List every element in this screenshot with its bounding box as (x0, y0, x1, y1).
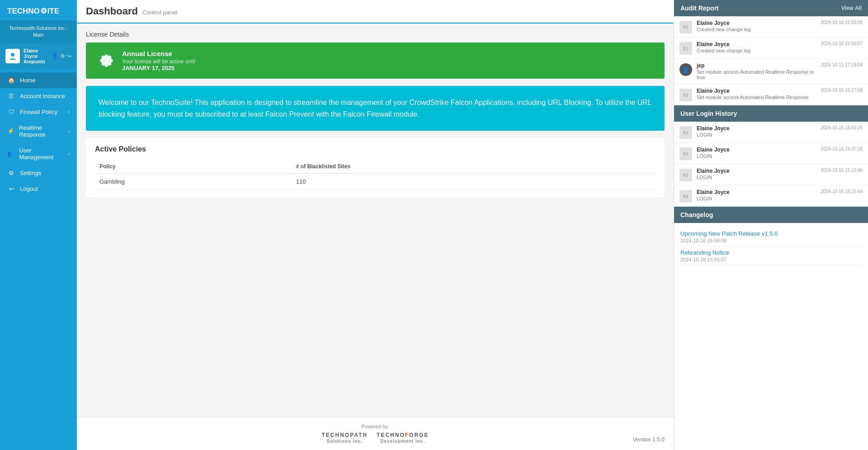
avatar (5, 49, 20, 63)
audit-info: Elaine Joyce Set module access Automated… (697, 88, 816, 100)
policies-title: Active Policies (95, 145, 656, 153)
footer-logos: TECHNOPATH Solutions Inc. TECHNOFORGE De… (86, 432, 665, 444)
license-banner: Annual License Your license will be acti… (86, 43, 665, 79)
sidebar-item-firewall-policy[interactable]: 🛡 Firewall Policy ‹ (0, 104, 77, 120)
login-history-header: User Login History (674, 105, 868, 122)
sidebar-item-realtime-label: Realtime Response (19, 124, 63, 138)
view-all-button[interactable]: View All (841, 5, 862, 11)
license-description: Your license will be active until (122, 58, 195, 65)
audit-avatar: EJ (679, 89, 692, 101)
audit-time: 2024-10-11 17:19:04 (821, 62, 863, 67)
chevron-left-icon: ‹ (68, 109, 70, 114)
audit-desc: Created new change log (697, 48, 816, 53)
audit-item: EJ Elaine Joyce Created new change log 2… (674, 16, 868, 38)
version-label: Version 1.5.0 (633, 436, 665, 443)
audit-avatar: EJ (679, 42, 692, 55)
active-policies-section: Active Policies Policy # of Blacklisted … (86, 138, 665, 197)
sidebar-nav: 🏠 Home ☰ Account Instance 🛡 Firewall Pol… (0, 69, 77, 450)
technopath-logo: TECHNOPATH Solutions Inc. (322, 432, 368, 444)
license-info: Annual License Your license will be acti… (122, 50, 195, 71)
audit-info: jep Set module access Automated Realtime… (697, 62, 816, 80)
login-history-body: EJ Elaine Joyce LOGIN 2024-10-16 15:41:2… (674, 122, 868, 207)
login-action: LOGIN (697, 153, 816, 159)
audit-name: Elaine Joyce (697, 88, 816, 94)
login-time: 2024-10-16 15:41:26 (821, 125, 863, 130)
realtime-icon: ⚡ (7, 128, 14, 134)
license-section-label: License Details (86, 31, 665, 38)
footer: Powered by: TECHNOPATH Solutions Inc. TE… (77, 417, 674, 450)
login-name: Elaine Joyce (697, 168, 816, 174)
gear-icon: ⚙ (7, 170, 15, 176)
sidebar-item-home[interactable]: 🏠 Home (0, 72, 77, 88)
login-info: Elaine Joyce LOGIN (697, 125, 816, 137)
sidebar-item-logout[interactable]: ↩ Logout (0, 181, 77, 197)
login-action: LOGIN (697, 132, 816, 137)
login-name: Elaine Joyce (697, 189, 816, 195)
sidebar-item-home-label: Home (20, 77, 36, 84)
chevron-left-icon-3: ‹ (68, 151, 70, 156)
audit-time: 2024-10-16 15:59:08 (821, 20, 863, 25)
login-avatar: EJ (679, 126, 692, 139)
audit-time: 2024-10-16 15:55:07 (821, 41, 863, 46)
page-header: Dashboard Control panel (77, 0, 674, 24)
chevron-left-icon-2: ‹ (68, 128, 70, 134)
user-login-section: User Login History EJ Elaine Joyce LOGIN… (674, 105, 868, 207)
logo-text: TECHNO⚙ITE (7, 6, 59, 16)
technoforge-logo: TECHNOFORGE Development Inc. (377, 432, 429, 444)
welcome-banner: Welcome to our TechnoSuite! This applica… (86, 86, 665, 131)
sidebar-item-user-management[interactable]: 👥 User Management ‹ (0, 142, 77, 165)
main-layout: TECHNO⚙ITE Technopath Solutions Inc - Ma… (0, 0, 868, 450)
policy-sites: 110 (292, 174, 656, 190)
sidebar-item-account-instance[interactable]: ☰ Account Instance (0, 88, 77, 104)
logout-icon: ↩ (7, 185, 15, 192)
login-avatar: EJ (679, 190, 692, 203)
sidebar-item-logout-label: Logout (20, 185, 38, 192)
login-avatar: EJ (679, 147, 692, 160)
audit-report-body: EJ Elaine Joyce Created new change log 2… (674, 16, 868, 105)
app-wrapper: TECHNO⚙ITE Technopath Solutions Inc - Ma… (0, 0, 868, 450)
login-info: Elaine Joyce LOGIN (697, 189, 816, 201)
settings-icon[interactable]: ⚙ (60, 53, 65, 59)
audit-report-title: Audit Report (680, 5, 719, 12)
table-row: Gambling110 (95, 174, 656, 190)
changelog-date: 2024-10-16 15:55:07 (680, 257, 862, 262)
user-icon[interactable]: 👤 (52, 53, 58, 59)
changelog-header: Changelog (674, 207, 868, 223)
audit-item: 👤 jep Set module access Automated Realti… (674, 59, 868, 84)
username-label: Elaine Joyce Ampunin (24, 48, 48, 64)
sidebar-item-realtime-response[interactable]: ⚡ Realtime Response ‹ (0, 120, 77, 142)
switch-icon[interactable]: ↪ (67, 53, 71, 59)
changelog-link[interactable]: Upcoming New Patch Release v1.5.0 (680, 230, 778, 237)
org-name: Technopath Solutions Inc - Main (0, 20, 77, 43)
content-area: Dashboard Control panel License Details … (77, 0, 674, 450)
login-info: Elaine Joyce LOGIN (697, 168, 816, 180)
page-subtitle: Control panel (142, 9, 177, 16)
changelog-item: Upcoming New Patch Release v1.5.0 2024-1… (680, 227, 862, 246)
audit-desc: Set module access Automated Realtime Res… (697, 69, 816, 80)
sidebar-item-settings[interactable]: ⚙ Settings (0, 165, 77, 181)
audit-info: Elaine Joyce Created new change log (697, 20, 816, 32)
audit-name: jep (697, 62, 816, 69)
login-item: EJ Elaine Joyce LOGIN 2024-10-16 15:12:4… (674, 164, 868, 185)
changelog-body: Upcoming New Patch Release v1.5.0 2024-1… (674, 223, 868, 450)
content-body: License Details Annual License Your lice… (77, 24, 674, 417)
audit-item: EJ Elaine Joyce Created new change log 2… (674, 38, 868, 59)
user-profile: Elaine Joyce Ampunin 👤 ⚙ ↪ (0, 43, 77, 69)
audit-time: 2024-10-10 15:17:08 (821, 88, 863, 93)
app-logo: TECHNO⚙ITE (0, 0, 77, 20)
user-avatar-icon (8, 52, 17, 61)
login-name: Elaine Joyce (697, 147, 816, 153)
license-expiry: JANUARY 17, 2025 (122, 65, 175, 71)
changelog-link[interactable]: Rebranding Notice (680, 249, 729, 256)
list-icon: ☰ (7, 93, 15, 99)
audit-desc: Set module access Automated Realtime Res… (697, 95, 816, 100)
audit-report-header: Audit Report View All (674, 0, 868, 16)
page-title: Dashboard (86, 5, 138, 17)
audit-report-section: Audit Report View All EJ Elaine Joyce Cr… (674, 0, 868, 105)
col-blacklisted: # of Blacklisted Sites (292, 160, 656, 174)
login-name: Elaine Joyce (697, 125, 816, 132)
changelog-section: Changelog Upcoming New Patch Release v1.… (674, 207, 868, 450)
login-item: EJ Elaine Joyce LOGIN 2024-10-16 15:15:4… (674, 185, 868, 207)
sidebar-item-account-label: Account Instance (20, 93, 65, 99)
login-info: Elaine Joyce LOGIN (697, 147, 816, 159)
